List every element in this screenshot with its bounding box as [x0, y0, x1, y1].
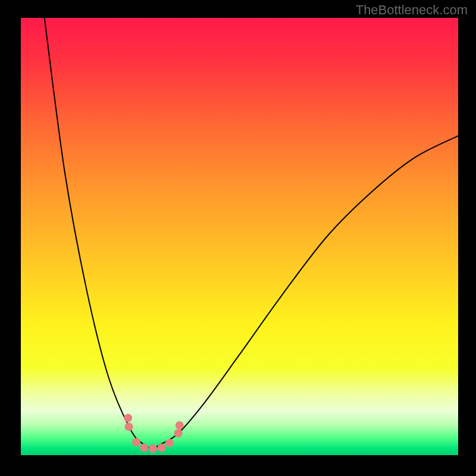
curve-marker [174, 429, 183, 437]
curve-marker [176, 421, 184, 430]
watermark-text: TheBottleneck.com [356, 2, 468, 18]
plot-area [21, 18, 458, 455]
curve-marker [132, 438, 140, 446]
curve-marker [165, 439, 174, 447]
curve-marker [125, 422, 133, 431]
bottleneck-curve [45, 18, 458, 449]
curve-marker [140, 444, 148, 452]
curve-marker [124, 414, 132, 422]
curve-layer [21, 18, 458, 455]
chart-container: { "watermark": "TheBottleneck.com", "plo… [0, 0, 476, 476]
curve-marker [149, 444, 157, 453]
curve-marker [158, 444, 166, 452]
